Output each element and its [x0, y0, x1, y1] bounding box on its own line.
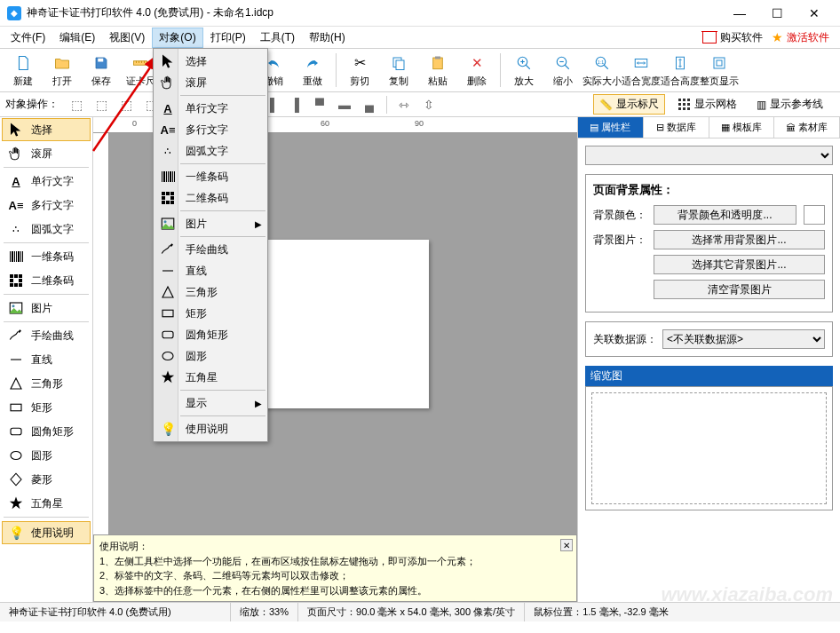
menu-tools[interactable]: 工具(T): [253, 28, 302, 48]
instruction-line-3: 3、选择标签中的任意一个元素，在右侧的属性栏里可以调整该元素的属性。: [99, 583, 571, 598]
datasource-select[interactable]: <不关联数据源>: [662, 329, 825, 349]
text-multi-icon: A≡: [159, 121, 177, 138]
toolbar-fit-width-button[interactable]: 适合宽度: [622, 50, 661, 91]
text-multi-icon: A≡: [8, 197, 24, 213]
right-panel: ▤属性栏 ⊟数据库 ▦模板库 🏛素材库 页面背景属性： 背景颜色： 背景颜色和透…: [577, 117, 840, 602]
align-bottom-button[interactable]: ▄: [359, 95, 380, 115]
instruction-close-button[interactable]: ✕: [560, 539, 573, 551]
svg-line-43: [93, 53, 160, 151]
tool-text-multi[interactable]: A≡多行文字: [2, 194, 91, 217]
bgimg-common-button[interactable]: 选择常用背景图片...: [654, 230, 825, 249]
menu-item-text-arc[interactable]: ∴圆弧文字: [154, 140, 267, 162]
menu-item-rect[interactable]: 矩形: [154, 303, 267, 324]
tab-templates[interactable]: ▦模板库: [709, 117, 775, 138]
toggle-guides[interactable]: ▥显示参考线: [750, 94, 829, 115]
menu-item-text-single[interactable]: A单行文字: [154, 98, 267, 119]
bgimg-clear-button[interactable]: 清空背景图片: [654, 280, 825, 299]
tool-circle[interactable]: 圆形: [2, 444, 91, 467]
toolbar-zoom-out-button[interactable]: 缩小: [543, 50, 582, 91]
menu-file[interactable]: 文件(F): [4, 28, 52, 48]
menu-item-circle[interactable]: 圆形: [154, 345, 267, 367]
menu-item-barcode[interactable]: 一维条码: [154, 166, 267, 187]
submenu-arrow-icon: ▶: [255, 219, 262, 229]
bgcolor-swatch[interactable]: [804, 205, 825, 225]
toolbar-fit-page-button[interactable]: 整页显示: [700, 50, 739, 91]
roundrect-icon: [8, 423, 24, 439]
bgimg-other-button[interactable]: 选择其它背景图片...: [654, 255, 825, 274]
menu-item-line[interactable]: 直线: [154, 260, 267, 281]
tool-rect[interactable]: 矩形: [2, 396, 91, 419]
distribute-h-button[interactable]: ⇿: [393, 95, 415, 115]
menu-edit[interactable]: 编辑(E): [52, 28, 102, 48]
toolbar-folder-open-button[interactable]: 打开: [43, 50, 82, 91]
menu-item-hand[interactable]: 滚屏: [154, 72, 267, 93]
toolbar-paste-button[interactable]: 粘贴: [418, 50, 457, 91]
align-middle-button[interactable]: ▬: [334, 95, 355, 115]
preview-header: 缩览图: [585, 366, 833, 386]
align-top-button[interactable]: ▀: [309, 95, 330, 115]
maximize-button[interactable]: ☐: [758, 0, 796, 27]
toolbar-redo-button[interactable]: 重做: [293, 50, 332, 91]
tool-line[interactable]: 直线: [2, 348, 91, 371]
ruler-icon: 📏: [599, 99, 613, 111]
tool-cursor[interactable]: 选择: [2, 118, 91, 141]
menu-item-bulb[interactable]: 💡使用说明: [154, 418, 267, 439]
toolbar-copy-button[interactable]: 复制: [379, 50, 418, 91]
layer-front-button[interactable]: ⬚: [66, 95, 87, 115]
distribute-v-button[interactable]: ⇳: [418, 95, 440, 115]
tab-materials[interactable]: 🏛素材库: [774, 117, 840, 138]
menu-item-triangle[interactable]: 三角形: [154, 281, 267, 303]
toolbar-file-new-button[interactable]: 新建: [4, 50, 43, 91]
tool-pencil[interactable]: 手绘曲线: [2, 324, 91, 347]
tab-properties[interactable]: ▤属性栏: [578, 117, 644, 138]
menu-item-cursor[interactable]: 选择: [154, 51, 267, 72]
menu-view[interactable]: 视图(V): [102, 28, 152, 48]
tool-image[interactable]: 图片: [2, 297, 91, 320]
menu-item-text-multi[interactable]: A≡多行文字: [154, 119, 267, 140]
toolbar-delete-button[interactable]: ✕删除: [457, 50, 496, 91]
svg-rect-12: [396, 60, 404, 70]
tool-text-single[interactable]: A单行文字: [2, 170, 91, 193]
text-arc-icon: ∴: [8, 221, 24, 237]
toolbar-fit-height-button[interactable]: 适合高度: [661, 50, 700, 91]
svg-rect-14: [435, 56, 440, 59]
template-icon: ▦: [721, 122, 730, 133]
buy-software-link[interactable]: 购买软件: [702, 30, 763, 45]
tool-help[interactable]: 💡使用说明: [2, 521, 91, 544]
tool-barcode[interactable]: 一维条码: [2, 245, 91, 268]
tool-star[interactable]: 五角星: [2, 492, 91, 515]
menu-help[interactable]: 帮助(H): [302, 28, 353, 48]
tool-roundrect[interactable]: 圆角矩形: [2, 420, 91, 443]
tool-qrcode[interactable]: 二维条码: [2, 269, 91, 292]
tool-text-arc[interactable]: ∴圆弧文字: [2, 218, 91, 241]
tool-triangle[interactable]: 三角形: [2, 372, 91, 395]
instruction-line-1: 1、左侧工具栏中选择一个功能后，在画布区域按住鼠标左键拖动，即可添加一个元素；: [99, 554, 571, 569]
paste-icon: [428, 53, 448, 73]
circle-icon: [8, 447, 24, 463]
element-selector[interactable]: [585, 146, 833, 165]
cursor-icon: [8, 122, 24, 138]
menu-object[interactable]: 对象(O): [152, 28, 202, 48]
close-button[interactable]: ✕: [796, 0, 833, 27]
menu-item-image[interactable]: 图片▶: [154, 213, 267, 234]
menu-item-pencil[interactable]: 手绘曲线: [154, 239, 267, 260]
tool-hand[interactable]: 滚屏: [2, 142, 91, 165]
menu-item-star[interactable]: 五角星: [154, 367, 267, 388]
menu-item-显示[interactable]: 显示▶: [154, 392, 267, 414]
tool-diamond[interactable]: 菱形: [2, 468, 91, 491]
activate-software-link[interactable]: ★激活软件: [772, 30, 829, 45]
tab-database[interactable]: ⊟数据库: [644, 117, 709, 138]
toolbar-zoom-actual-button[interactable]: 1:1实际大小: [582, 50, 622, 91]
toolbar-cut-button[interactable]: ✂剪切: [340, 50, 379, 91]
menu-item-qrcode[interactable]: 二维条码: [154, 187, 267, 209]
pencil-icon: [159, 241, 177, 258]
menu-item-roundrect[interactable]: 圆角矩形: [154, 324, 267, 345]
align-right-button[interactable]: ▐: [284, 95, 305, 115]
menu-print[interactable]: 打印(P): [203, 28, 253, 48]
bgcolor-button[interactable]: 背景颜色和透明度...: [654, 205, 796, 225]
toolbar-zoom-in-button[interactable]: 放大: [504, 50, 543, 91]
background-properties-group: 页面背景属性： 背景颜色： 背景颜色和透明度... 背景图片： 选择常用背景图片…: [585, 174, 833, 313]
toggle-grid[interactable]: 显示网格: [672, 94, 743, 115]
minimize-button[interactable]: —: [721, 0, 758, 27]
toggle-ruler[interactable]: 📏显示标尺: [593, 94, 665, 115]
